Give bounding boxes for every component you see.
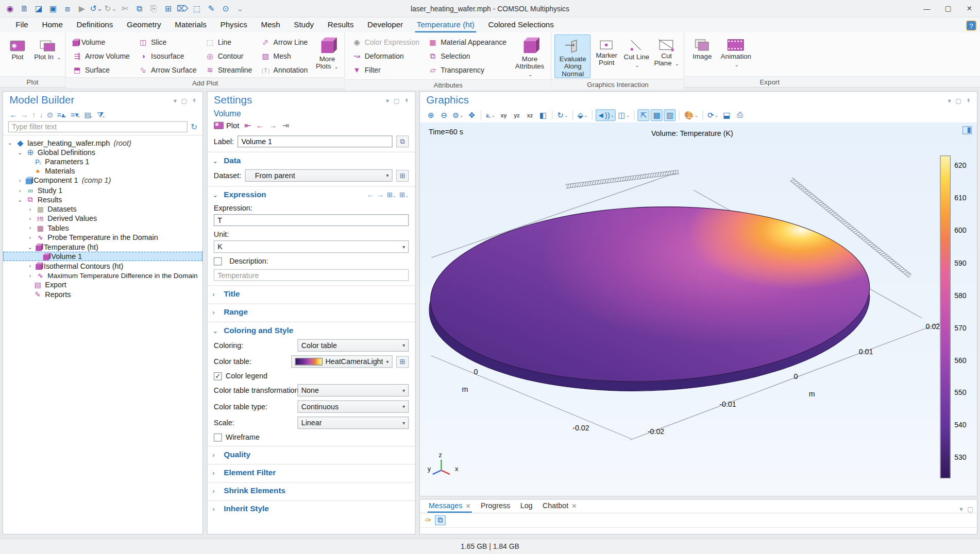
- appearance-icon[interactable]: 🎨⌄: [683, 109, 699, 121]
- save-icon[interactable]: ▣: [47, 2, 59, 14]
- environment-icon[interactable]: ◫⌄: [617, 109, 631, 121]
- zoom-in-icon[interactable]: ⊕: [425, 109, 437, 121]
- section-shrink-elements[interactable]: › Shrink Elements: [208, 482, 415, 497]
- help-icon[interactable]: ?: [966, 21, 976, 30]
- mark-icon[interactable]: ✎: [205, 2, 217, 14]
- pin-panel-icon[interactable]: 🖈: [966, 97, 972, 104]
- zoom-extents-icon[interactable]: ✥: [466, 109, 478, 121]
- color-expression-button[interactable]: ◉Color Expression: [348, 36, 423, 49]
- expand-icon[interactable]: ≡▾⌄: [71, 111, 80, 119]
- more-plots-button[interactable]: More Plots ⌄: [313, 34, 342, 77]
- tab-file[interactable]: File: [9, 19, 35, 32]
- clear-messages-icon[interactable]: ✑: [425, 516, 431, 525]
- tree-item-results[interactable]: Results: [3, 195, 202, 204]
- select-box-icon[interactable]: ⬚: [191, 2, 203, 14]
- tree-item-study[interactable]: Study 1: [3, 185, 202, 195]
- copy-messages-icon[interactable]: ⧉: [435, 515, 446, 525]
- tree-item-temperature-ht[interactable]: Temperature (ht): [3, 243, 202, 252]
- add-volume-button[interactable]: Volume: [69, 36, 133, 49]
- selection-button[interactable]: ⧉Selection: [425, 49, 511, 63]
- add-arrow-surface-button[interactable]: ⬂Arrow Surface: [135, 63, 200, 77]
- view-xy-icon[interactable]: xy: [498, 109, 510, 121]
- perspective-icon[interactable]: ◧: [537, 109, 549, 121]
- expander-icon[interactable]: [27, 206, 33, 212]
- go-to-source-icon[interactable]: ⊞: [396, 169, 409, 181]
- panel-menu-icon[interactable]: ▾: [174, 97, 177, 104]
- tab-results[interactable]: Results: [320, 19, 360, 32]
- cut-icon[interactable]: ✄: [119, 2, 131, 14]
- tree-item-tables[interactable]: Tables: [3, 223, 202, 233]
- show-color-legend-icon[interactable]: ▥: [664, 109, 676, 121]
- replace-expression-icon[interactable]: ⊞⌄: [387, 191, 396, 199]
- evaluate-along-normal-button[interactable]: Evaluate Along Normal: [555, 34, 591, 78]
- float-panel-icon[interactable]: ▢: [955, 97, 961, 104]
- expander-icon[interactable]: [27, 263, 33, 269]
- tree-item-probe-temperature[interactable]: Probe Temperature in the Domain: [3, 233, 202, 242]
- image-button[interactable]: Image: [688, 34, 717, 76]
- tab-messages[interactable]: Messages✕: [424, 499, 476, 512]
- update-icon[interactable]: ⟳⌄: [706, 109, 720, 121]
- transparency-button[interactable]: ▱Transparency: [425, 63, 511, 77]
- tree-item-parameters[interactable]: Parameters 1: [3, 157, 202, 166]
- expander-icon[interactable]: [17, 178, 23, 184]
- transformation-select[interactable]: None▾: [297, 384, 409, 396]
- rotate-icon[interactable]: ↻⌄: [556, 109, 569, 121]
- toolbar-overflow-icon[interactable]: ⌄: [234, 2, 246, 14]
- back-icon[interactable]: ←: [9, 111, 17, 119]
- run-icon[interactable]: ▶: [76, 2, 88, 14]
- coloring-select[interactable]: Color table▾: [297, 339, 409, 352]
- duplicate-icon[interactable]: ⊞: [162, 2, 174, 14]
- expander-icon[interactable]: [27, 225, 33, 231]
- cut-plane-button[interactable]: Cut Plane ⌄: [652, 34, 681, 78]
- new-file-icon[interactable]: 🗎: [18, 2, 30, 14]
- tree-item-root[interactable]: laser_heating_wafer.mph(root): [3, 138, 202, 147]
- float-panel-icon[interactable]: ▢: [181, 97, 187, 104]
- expander-icon[interactable]: [27, 216, 33, 222]
- tab-temperature-ht[interactable]: Temperature (ht): [410, 19, 481, 32]
- move-down-icon[interactable]: ↓: [39, 111, 43, 119]
- marker-point-button[interactable]: Marker Point: [592, 34, 621, 78]
- default-view-icon[interactable]: ⟀⌄: [485, 109, 497, 121]
- add-streamline-button[interactable]: ≋Streamline: [201, 63, 256, 77]
- minimize-button[interactable]: —: [916, 0, 937, 17]
- add-annotation-button[interactable]: 🄣Annotation: [257, 63, 312, 77]
- tab-developer[interactable]: Developer: [361, 19, 410, 32]
- collapse-icon[interactable]: ≡▴⌄: [57, 111, 66, 119]
- section-quality[interactable]: › Quality: [208, 446, 415, 461]
- animation-button[interactable]: Animation⌄: [718, 34, 754, 76]
- zoom-out-icon[interactable]: ⊖: [438, 109, 450, 121]
- section-data[interactable]: ⌄ Data: [208, 152, 415, 167]
- float-panel-icon[interactable]: ▢: [394, 97, 399, 104]
- add-mesh-button[interactable]: ▨Mesh: [257, 49, 312, 63]
- show-grid-icon[interactable]: ▦: [651, 109, 663, 121]
- view-xz-icon[interactable]: xz: [524, 109, 536, 121]
- color-legend-checkbox[interactable]: [214, 372, 222, 380]
- add-arrow-volume-button[interactable]: ⇶Arrow Volume: [69, 49, 133, 63]
- filter-tree-icon[interactable]: ⧩⌄: [97, 111, 105, 119]
- maximize-button[interactable]: ▢: [938, 0, 959, 17]
- panel-menu-icon[interactable]: ▾: [386, 97, 389, 104]
- material-appearance-button[interactable]: ▦Material Appearance: [425, 36, 511, 49]
- plot-first-icon[interactable]: ⇤: [244, 120, 251, 130]
- insert-expression-icon[interactable]: ⊞⌄: [399, 191, 409, 199]
- deformation-button[interactable]: ↝Deformation: [348, 49, 423, 63]
- paste-icon[interactable]: ⎘: [147, 2, 160, 14]
- tree-item-volume-1[interactable]: Volume 1: [3, 252, 202, 261]
- tree-item-isothermal-contours[interactable]: Isothermal Contours (ht): [3, 262, 202, 271]
- close-tab-icon[interactable]: ✕: [571, 503, 577, 509]
- tab-definitions[interactable]: Definitions: [70, 19, 120, 32]
- tab-physics[interactable]: Physics: [213, 19, 254, 32]
- refresh-icon[interactable]: ↻: [191, 122, 197, 131]
- color-table-select[interactable]: HeatCameraLight▾: [291, 355, 393, 368]
- color-table-type-select[interactable]: Continuous▾: [297, 401, 409, 413]
- section-inherit-style[interactable]: › Inherit Style: [208, 500, 415, 516]
- tree-item-global-definitions[interactable]: Global Definitions: [3, 147, 202, 157]
- zoom-box-icon[interactable]: ⊚⌄: [451, 109, 465, 121]
- section-coloring-style[interactable]: ⌄ Coloring and Style: [208, 322, 415, 337]
- redo-icon[interactable]: ↻⌄: [105, 2, 117, 14]
- tab-study[interactable]: Study: [287, 19, 320, 32]
- tab-home[interactable]: Home: [35, 19, 70, 32]
- copy-icon[interactable]: ⧉: [133, 2, 145, 14]
- tab-materials[interactable]: Materials: [168, 19, 213, 32]
- snapshot-icon[interactable]: ⬓: [721, 109, 733, 121]
